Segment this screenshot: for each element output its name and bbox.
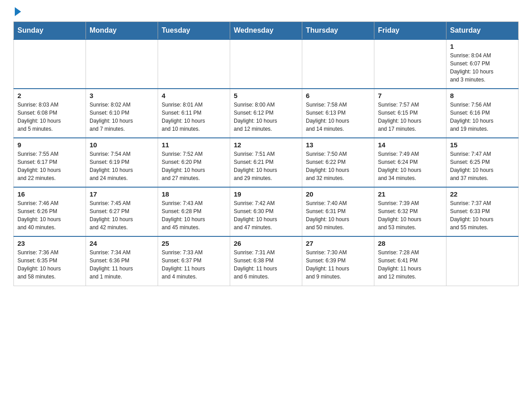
calendar-cell: 25Sunrise: 7:33 AM Sunset: 6:37 PM Dayli…	[158, 236, 230, 286]
calendar-cell: 14Sunrise: 7:49 AM Sunset: 6:24 PM Dayli…	[374, 138, 446, 187]
calendar-cell: 8Sunrise: 7:56 AM Sunset: 6:16 PM Daylig…	[446, 89, 519, 138]
day-number: 9	[17, 141, 82, 149]
day-info: Sunrise: 7:40 AM Sunset: 6:31 PM Dayligh…	[306, 199, 370, 231]
calendar-week-row: 16Sunrise: 7:46 AM Sunset: 6:26 PM Dayli…	[14, 187, 519, 236]
calendar-cell: 16Sunrise: 7:46 AM Sunset: 6:26 PM Dayli…	[14, 187, 86, 236]
weekday-header-monday: Monday	[86, 22, 158, 40]
weekday-header-wednesday: Wednesday	[230, 22, 302, 40]
day-number: 18	[162, 190, 226, 198]
day-number: 4	[162, 92, 226, 99]
day-number: 2	[17, 92, 82, 99]
day-info: Sunrise: 8:03 AM Sunset: 6:08 PM Dayligh…	[17, 101, 82, 133]
calendar-week-row: 23Sunrise: 7:36 AM Sunset: 6:35 PM Dayli…	[14, 236, 519, 286]
day-number: 12	[234, 141, 298, 149]
day-info: Sunrise: 7:43 AM Sunset: 6:28 PM Dayligh…	[162, 199, 226, 231]
weekday-header-saturday: Saturday	[446, 22, 519, 40]
day-number: 25	[162, 240, 226, 247]
day-info: Sunrise: 7:36 AM Sunset: 6:35 PM Dayligh…	[17, 248, 82, 281]
day-info: Sunrise: 7:57 AM Sunset: 6:15 PM Dayligh…	[378, 101, 442, 133]
calendar-cell	[230, 39, 302, 89]
day-info: Sunrise: 7:30 AM Sunset: 6:39 PM Dayligh…	[306, 248, 370, 281]
day-number: 10	[90, 141, 154, 149]
calendar-cell: 11Sunrise: 7:52 AM Sunset: 6:20 PM Dayli…	[158, 138, 230, 187]
day-number: 15	[450, 141, 515, 149]
calendar-cell: 21Sunrise: 7:39 AM Sunset: 6:32 PM Dayli…	[374, 187, 446, 236]
day-number: 22	[450, 190, 515, 198]
day-info: Sunrise: 7:49 AM Sunset: 6:24 PM Dayligh…	[378, 150, 442, 182]
calendar-cell: 26Sunrise: 7:31 AM Sunset: 6:38 PM Dayli…	[230, 236, 302, 286]
day-number: 19	[234, 190, 298, 198]
calendar-cell	[14, 39, 86, 89]
calendar-cell: 23Sunrise: 7:36 AM Sunset: 6:35 PM Dayli…	[14, 236, 86, 286]
day-number: 3	[90, 92, 154, 99]
day-info: Sunrise: 7:42 AM Sunset: 6:30 PM Dayligh…	[234, 199, 298, 231]
day-info: Sunrise: 7:58 AM Sunset: 6:13 PM Dayligh…	[306, 101, 370, 133]
calendar-table: SundayMondayTuesdayWednesdayThursdayFrid…	[13, 21, 519, 286]
day-info: Sunrise: 7:28 AM Sunset: 6:41 PM Dayligh…	[378, 248, 442, 281]
calendar-cell: 28Sunrise: 7:28 AM Sunset: 6:41 PM Dayli…	[374, 236, 446, 286]
day-info: Sunrise: 7:52 AM Sunset: 6:20 PM Dayligh…	[162, 150, 226, 182]
day-number: 23	[17, 240, 82, 247]
calendar-cell: 10Sunrise: 7:54 AM Sunset: 6:19 PM Dayli…	[86, 138, 158, 187]
day-info: Sunrise: 8:02 AM Sunset: 6:10 PM Dayligh…	[90, 101, 154, 133]
day-info: Sunrise: 7:33 AM Sunset: 6:37 PM Dayligh…	[162, 248, 226, 281]
day-number: 16	[17, 190, 82, 198]
weekday-header-sunday: Sunday	[14, 22, 86, 40]
calendar-cell: 13Sunrise: 7:50 AM Sunset: 6:22 PM Dayli…	[302, 138, 374, 187]
calendar-cell	[374, 39, 446, 89]
day-info: Sunrise: 7:47 AM Sunset: 6:25 PM Dayligh…	[450, 150, 515, 182]
calendar-cell: 4Sunrise: 8:01 AM Sunset: 6:11 PM Daylig…	[158, 89, 230, 138]
weekday-header-thursday: Thursday	[302, 22, 374, 40]
day-number: 14	[378, 141, 442, 149]
logo-arrow-icon	[15, 7, 21, 16]
calendar-cell	[158, 39, 230, 89]
calendar-cell: 9Sunrise: 7:55 AM Sunset: 6:17 PM Daylig…	[14, 138, 86, 187]
calendar-cell	[446, 236, 519, 286]
day-number: 17	[90, 190, 154, 198]
day-info: Sunrise: 7:54 AM Sunset: 6:19 PM Dayligh…	[90, 150, 154, 182]
day-number: 24	[90, 240, 154, 247]
day-number: 5	[234, 92, 298, 99]
calendar-cell: 19Sunrise: 7:42 AM Sunset: 6:30 PM Dayli…	[230, 187, 302, 236]
day-number: 6	[306, 92, 370, 99]
day-info: Sunrise: 7:55 AM Sunset: 6:17 PM Dayligh…	[17, 150, 82, 182]
day-number: 26	[234, 240, 298, 247]
day-number: 21	[378, 190, 442, 198]
day-info: Sunrise: 8:00 AM Sunset: 6:12 PM Dayligh…	[234, 101, 298, 133]
day-number: 11	[162, 141, 226, 149]
calendar-cell: 24Sunrise: 7:34 AM Sunset: 6:36 PM Dayli…	[86, 236, 158, 286]
day-info: Sunrise: 7:31 AM Sunset: 6:38 PM Dayligh…	[234, 248, 298, 281]
day-number: 8	[450, 92, 515, 99]
calendar-cell: 17Sunrise: 7:45 AM Sunset: 6:27 PM Dayli…	[86, 187, 158, 236]
calendar-cell: 6Sunrise: 7:58 AM Sunset: 6:13 PM Daylig…	[302, 89, 374, 138]
day-info: Sunrise: 7:56 AM Sunset: 6:16 PM Dayligh…	[450, 101, 515, 133]
logo-top	[13, 9, 21, 16]
calendar-cell: 12Sunrise: 7:51 AM Sunset: 6:21 PM Dayli…	[230, 138, 302, 187]
day-info: Sunrise: 7:46 AM Sunset: 6:26 PM Dayligh…	[17, 199, 82, 231]
logo	[13, 9, 21, 14]
day-info: Sunrise: 7:34 AM Sunset: 6:36 PM Dayligh…	[90, 248, 154, 281]
day-number: 28	[378, 240, 442, 247]
day-info: Sunrise: 7:37 AM Sunset: 6:33 PM Dayligh…	[450, 199, 515, 231]
calendar-cell: 15Sunrise: 7:47 AM Sunset: 6:25 PM Dayli…	[446, 138, 519, 187]
day-info: Sunrise: 8:01 AM Sunset: 6:11 PM Dayligh…	[162, 101, 226, 133]
day-number: 13	[306, 141, 370, 149]
calendar-cell: 2Sunrise: 8:03 AM Sunset: 6:08 PM Daylig…	[14, 89, 86, 138]
day-number: 20	[306, 190, 370, 198]
calendar-week-row: 1Sunrise: 8:04 AM Sunset: 6:07 PM Daylig…	[14, 39, 519, 89]
calendar-cell: 3Sunrise: 8:02 AM Sunset: 6:10 PM Daylig…	[86, 89, 158, 138]
day-number: 1	[450, 43, 515, 50]
calendar-week-row: 9Sunrise: 7:55 AM Sunset: 6:17 PM Daylig…	[14, 138, 519, 187]
day-info: Sunrise: 7:39 AM Sunset: 6:32 PM Dayligh…	[378, 199, 442, 231]
calendar-cell: 22Sunrise: 7:37 AM Sunset: 6:33 PM Dayli…	[446, 187, 519, 236]
day-info: Sunrise: 7:51 AM Sunset: 6:21 PM Dayligh…	[234, 150, 298, 182]
weekday-header-friday: Friday	[374, 22, 446, 40]
calendar-cell: 7Sunrise: 7:57 AM Sunset: 6:15 PM Daylig…	[374, 89, 446, 138]
calendar-cell: 20Sunrise: 7:40 AM Sunset: 6:31 PM Dayli…	[302, 187, 374, 236]
day-info: Sunrise: 8:04 AM Sunset: 6:07 PM Dayligh…	[450, 51, 515, 84]
day-number: 27	[306, 240, 370, 247]
calendar-cell: 5Sunrise: 8:00 AM Sunset: 6:12 PM Daylig…	[230, 89, 302, 138]
day-number: 7	[378, 92, 442, 99]
calendar-cell: 18Sunrise: 7:43 AM Sunset: 6:28 PM Dayli…	[158, 187, 230, 236]
page-header	[13, 9, 519, 14]
